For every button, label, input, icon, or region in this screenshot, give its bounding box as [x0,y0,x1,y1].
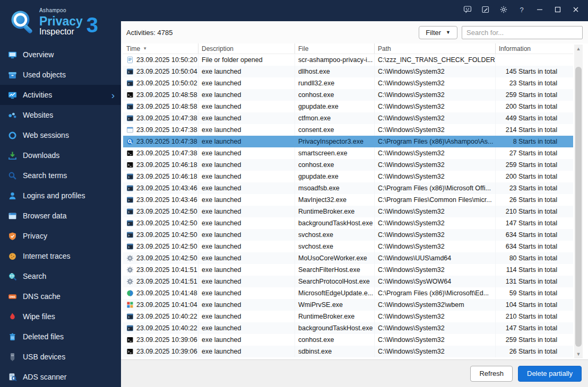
chevron-right-icon: › [111,90,115,100]
sidebar-item-downloads[interactable]: Downloads [0,145,121,165]
app-window: Ashampoo Privacy Inspector 3 OverviewUse… [0,0,588,387]
sidebar-item-dns-cache[interactable]: DNSDNS cache [0,286,121,306]
table-row[interactable]: 23.09.2025 10:41:51exe launchedSearchPro… [123,276,573,287]
sidebar-item-used-objects[interactable]: Used objects [0,65,121,85]
table-row[interactable]: 23.09.2025 10:50:02exe launchedrundll32.… [123,77,573,89]
doc-file-icon [126,56,134,64]
notes-button[interactable] [477,3,495,19]
cell-time: 23.09.2025 10:41:48 [136,287,197,299]
table-row[interactable]: 23.09.2025 10:39:06exe launchedconhost.e… [123,334,573,346]
scrollbar-thumb[interactable] [575,67,582,347]
table-row[interactable]: 23.09.2025 10:40:22exe launchedbackgroun… [123,322,573,334]
delete-partially-button[interactable]: Delete partially [518,366,582,382]
table-row[interactable]: 23.09.2025 10:42:50exe launchedRuntimeBr… [123,206,573,217]
app-logo-magnifier-icon [7,7,37,37]
column-header-information[interactable]: Information [496,43,573,54]
product-version: 3 [87,13,98,37]
table-row[interactable]: 23.09.2025 10:42:50exe launchedbackgroun… [123,217,573,229]
table-row[interactable]: 23.09.2025 10:41:48exe launchedMicrosoft… [123,287,573,299]
table-row[interactable]: 23.09.2025 10:48:58exe launchedconhost.e… [123,89,573,101]
cell-description: exe launched [198,322,295,334]
sidebar-item-internet-traces[interactable]: Internet traces [0,246,121,266]
cell-path: C:\Windows\System32 [375,322,496,334]
help-button[interactable]: ? [513,3,531,19]
cell-time: 23.09.2025 10:41:51 [136,276,197,287]
cell-file: backgroundTaskHost.exe [295,217,375,229]
cell-time: 23.09.2025 10:40:22 [136,322,197,334]
table-row[interactable]: 23.09.2025 10:50:04exe launcheddllhost.e… [123,66,573,77]
table-row[interactable]: 23.09.2025 10:48:58exe launchedgpupdate.… [123,101,573,112]
table-row[interactable]: 23.09.2025 10:46:18exe launchedgpupdate.… [123,171,573,182]
cell-path: C:\Windows\System32 [375,89,496,101]
table-row[interactable]: 23.09.2025 10:42:50exe launchedMoUsoCore… [123,252,573,264]
table-row[interactable]: 23.09.2025 10:46:18exe launchedconhost.e… [123,159,573,171]
cell-information: 23 Starts in total [496,77,573,89]
scrollbar-up-icon[interactable]: ▲ [574,45,583,53]
cell-description: exe launched [198,241,295,252]
cell-file: gpupdate.exe [295,171,375,182]
sidebar-item-overview[interactable]: Overview [0,45,121,65]
table-row[interactable]: 23.09.2025 10:47:38exe launchedsmartscre… [123,147,573,159]
sidebar-item-label: Logins and profiles [23,191,85,200]
cell-file: rundll32.exe [295,77,375,89]
cell-path: C:\Windows\System32\wbem [375,299,496,311]
table-row[interactable]: 23.09.2025 10:47:38exe launchedctfmon.ex… [123,112,573,124]
refresh-button[interactable]: Refresh [470,366,513,382]
win-file-icon [126,324,134,332]
close-button[interactable] [567,3,585,19]
search-input[interactable] [462,26,583,39]
table-row[interactable]: 23.09.2025 10:43:46exe launchedmsoadfsb.… [123,182,573,194]
sidebar-item-label: Activities [23,91,52,99]
internet-traces-icon [7,251,17,261]
filter-button[interactable]: Filter ▼ [419,26,457,39]
table-row[interactable]: 23.09.2025 10:41:04exe launchedWmiPrvSE.… [123,299,573,311]
column-label: File [298,45,308,52]
settings-button[interactable] [495,3,513,19]
notes-icon [481,5,490,16]
cell-time: 23.09.2025 10:41:04 [136,299,197,311]
table-row[interactable]: 23.09.2025 10:41:51exe launchedSearchFil… [123,264,573,276]
table-row[interactable]: 23.09.2025 10:42:50exe launchedsvchost.e… [123,241,573,252]
table-row[interactable]: 23.09.2025 10:40:22exe launchedRuntimeBr… [123,311,573,322]
cell-time: 23.09.2025 10:47:38 [136,124,197,136]
toolbar-right: Filter ▼ [419,26,583,39]
cell-information: 214 Starts in total [496,124,573,136]
feedback-button[interactable] [459,3,477,19]
win-file-icon [126,103,134,110]
table-row[interactable]: 23.09.2025 10:39:06exe launchedsdbinst.e… [123,346,573,357]
column-header-time[interactable]: Time▼ [123,43,198,54]
sidebar-item-activities[interactable]: Activities› [0,85,121,105]
sidebar-item-websites[interactable]: Websites [0,105,121,125]
console-file-icon [126,348,134,355]
sidebar-item-ads-scanner[interactable]: ADS scanner [0,367,121,387]
cell-description: exe launched [198,252,295,264]
sidebar-item-usb-devices[interactable]: USB devices [0,347,121,367]
win-file-icon [126,80,134,87]
sidebar-item-browser-data[interactable]: Browser data [0,206,121,226]
table-header: Time▼DescriptionFilePathInformation [123,43,573,54]
sidebar-item-privacy[interactable]: Privacy [0,226,121,246]
cell-description: exe launched [198,182,295,194]
sidebar-item-label: Search terms [23,171,67,180]
table-row[interactable]: 23.09.2025 10:43:46exe launchedMavInject… [123,194,573,206]
column-header-path[interactable]: Path [375,43,496,54]
cell-description: exe launched [198,171,295,182]
minimize-button[interactable] [531,3,549,19]
column-header-description[interactable]: Description [198,43,295,54]
table-row[interactable]: 23.09.2025 10:50:20File or folder opened… [123,54,573,66]
cell-information: 131 Starts in total [496,276,573,287]
table-row[interactable]: 23.09.2025 10:47:38exe launchedconsent.e… [123,124,573,136]
table-row[interactable]: 23.09.2025 10:47:38exe launchedPrivacyIn… [123,136,573,147]
table-row[interactable]: 23.09.2025 10:42:50exe launchedsvchost.e… [123,229,573,241]
column-header-file[interactable]: File [295,43,375,54]
sidebar-item-search-terms[interactable]: Search terms [0,165,121,186]
sidebar-item-logins-and-profiles[interactable]: Logins and profiles [0,186,121,206]
sidebar-item-search[interactable]: Search [0,266,121,286]
sidebar-item-web-sessions[interactable]: Web sessions [0,125,121,145]
sidebar-item-deleted-files[interactable]: Deleted files [0,327,121,347]
cell-path: C:\Program Files\Common Files\micr... [375,194,496,206]
maximize-button[interactable] [549,3,567,19]
vertical-scrollbar[interactable]: ▲ ▼ [574,45,583,358]
scrollbar-down-icon[interactable]: ▼ [574,350,583,358]
sidebar-item-wipe-files[interactable]: Wipe files [0,306,121,327]
